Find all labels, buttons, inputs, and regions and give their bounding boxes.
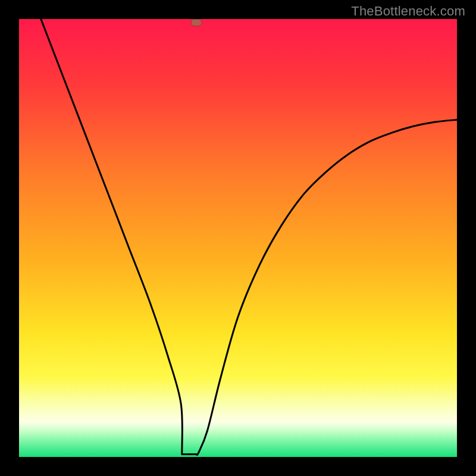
plot-area [19,19,457,457]
svg-rect-0 [19,19,457,457]
svg-rect-1 [19,422,457,457]
watermark-text: TheBottleneck.com [351,4,465,19]
minimum-marker [191,19,202,26]
